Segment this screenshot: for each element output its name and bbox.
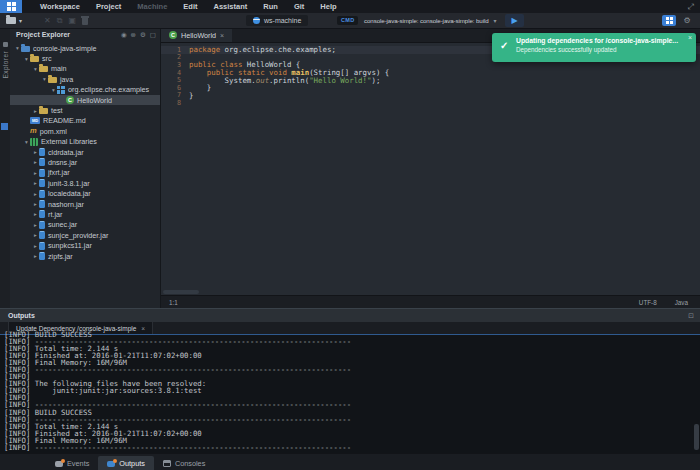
tree-item-nashorn-jar[interactable]: ▸nashorn.jar [10, 199, 160, 209]
chevron-right-icon[interactable]: ▸ [32, 201, 39, 207]
tree-item-org-eclipse-che-examples[interactable]: ▾org.eclipse.che.examples [10, 85, 160, 95]
maximize-outputs-icon[interactable]: ⊡ [688, 312, 694, 320]
menu-git[interactable]: Git [286, 0, 312, 13]
code-line: 7} [161, 92, 700, 100]
paste-icon[interactable]: ▣ [68, 13, 76, 28]
tree-item-pom-xml[interactable]: mpom.xml [10, 126, 160, 136]
chevron-down-icon[interactable]: ▾ [23, 56, 30, 62]
chevron-right-icon[interactable]: ▸ [32, 108, 39, 114]
chevron-right-icon[interactable]: ▸ [32, 211, 39, 217]
menu-project[interactable]: Project [88, 0, 129, 13]
menu-edit[interactable]: Edit [175, 0, 205, 13]
copy-icon[interactable]: ⧉ [57, 13, 63, 28]
tree-item-jfxrt-jar[interactable]: ▸jfxrt.jar [10, 168, 160, 178]
editor-hscrollbar-thumb[interactable] [163, 290, 199, 294]
chevron-right-icon[interactable]: ▸ [32, 243, 39, 249]
tree-item-console-java-simple[interactable]: ▾console-java-simple [10, 43, 160, 53]
tree-item-sunjce-provider-jar[interactable]: ▸sunjce_provider.jar [10, 230, 160, 240]
chevron-down-icon[interactable]: ▾ [23, 139, 30, 145]
tab-outputs[interactable]: Outputs [98, 456, 154, 470]
tree-item-src[interactable]: ▾src [10, 53, 160, 63]
bottom-tab-label: Outputs [119, 459, 145, 468]
package-icon [57, 86, 65, 94]
outputs-header: Outputs ⊡ [0, 308, 700, 322]
tab-consoles[interactable]: Consoles [154, 456, 214, 470]
bottom-tabs: EventsOutputsConsoles [46, 456, 214, 470]
tree-item-main[interactable]: ▾main [10, 64, 160, 74]
console-scrollbar-thumb[interactable] [694, 424, 699, 450]
tree-item-rt-jar[interactable]: ▸rt.jar [10, 209, 160, 219]
tree-item-external-libraries[interactable]: ▾External Libraries [10, 137, 160, 147]
code-token: package [189, 45, 220, 54]
maven-icon: m [30, 127, 37, 135]
cut-icon[interactable]: ✕ [44, 13, 51, 28]
terminal-icon [163, 460, 171, 467]
chevron-down-icon[interactable]: ▾ [14, 45, 21, 51]
settings-gear-icon[interactable]: ⚙ [140, 28, 146, 41]
file-language: Java [675, 299, 688, 306]
menu-machine[interactable]: Machine [129, 0, 175, 13]
tree-item-sunec-jar[interactable]: ▸sunec.jar [10, 220, 160, 230]
che-logo-icon[interactable] [0, 0, 22, 13]
chevron-right-icon[interactable]: ▸ [32, 253, 39, 259]
outputs-title: Outputs [0, 312, 35, 319]
code-line: 6 } [161, 84, 700, 92]
tree-item-zipfs-jar[interactable]: ▸zipfs.jar [10, 251, 160, 261]
chevron-down-icon[interactable]: ▾ [32, 66, 39, 72]
menu-assistant[interactable]: Assistant [206, 0, 256, 13]
jar-icon [39, 221, 45, 229]
tree-item-cldrdata-jar[interactable]: ▸cldrdata.jar [10, 147, 160, 157]
explorer-vertical-tab[interactable]: Explorer [0, 42, 10, 78]
menu-workspace[interactable]: Workspace [32, 0, 88, 13]
machine-selector[interactable]: ws-machine [246, 15, 308, 26]
tree-item-localedata-jar[interactable]: ▸localedata.jar [10, 188, 160, 198]
menu-run[interactable]: Run [255, 0, 286, 13]
code-text: package org.eclipse.che.examples; [189, 45, 336, 54]
console-line: [INFO] junit:junit:jar:sources:3.8.1:tes… [4, 387, 692, 394]
chevron-right-icon[interactable]: ▸ [32, 222, 39, 228]
chevron-right-icon[interactable]: ▸ [32, 149, 39, 155]
tree-item-readme-md[interactable]: MDREADME.md [10, 116, 160, 126]
perspective-operations-button[interactable]: ⚙ [680, 15, 694, 26]
perspective-ide-button[interactable] [662, 15, 676, 26]
expand-window-icon[interactable]: ⤢ [688, 0, 694, 13]
notification-message: Dependencies successfully updated [516, 46, 684, 53]
editor-tab-helloworld[interactable]: C HelloWorld × [161, 28, 232, 42]
tree-item-junit-3-8-1-jar[interactable]: ▸junit-3.8.1.jar [10, 178, 160, 188]
command-selector[interactable]: console-java-simple: console-java-simple… [364, 13, 497, 28]
chevron-right-icon[interactable]: ▸ [32, 159, 39, 165]
chevron-right-icon[interactable]: ▸ [32, 232, 39, 238]
build-output-console[interactable]: [INFO] BUILD SUCCESS[INFO] -------------… [0, 331, 692, 453]
tree-item-label: cldrdata.jar [48, 148, 84, 157]
chevron-right-icon[interactable]: ▸ [32, 170, 39, 176]
folder-icon [30, 56, 39, 62]
minimize-panel-icon[interactable]: ▢ [150, 28, 156, 41]
tab-events[interactable]: Events [46, 456, 98, 470]
run-command-button[interactable]: ▶ [505, 14, 524, 27]
jar-icon [39, 231, 45, 239]
chevron-right-icon[interactable]: ▸ [32, 180, 39, 186]
collapse-all-icon[interactable]: ⊗ [131, 28, 136, 41]
project-tree[interactable]: ▾console-java-simple▾src▾main▾java▾org.e… [10, 43, 160, 261]
tree-item-label: java [60, 75, 73, 84]
menu-help[interactable]: Help [312, 0, 344, 13]
close-notification-icon[interactable]: × [688, 34, 692, 41]
jar-icon [39, 148, 45, 156]
code-editor[interactable]: 1package org.eclipse.che.examples;23publ… [161, 43, 700, 295]
tree-item-label: rt.jar [48, 210, 62, 219]
delete-icon[interactable] [82, 18, 88, 25]
tree-item-java[interactable]: ▾java [10, 74, 160, 84]
tree-item-sunpkcs11-jar[interactable]: ▸sunpkcs11.jar [10, 240, 160, 250]
tree-item-label: main [51, 64, 67, 73]
tree-item-test[interactable]: ▸test [10, 105, 160, 115]
chevron-right-icon[interactable]: ▸ [32, 191, 39, 197]
close-tab-icon[interactable]: × [220, 32, 224, 39]
chevron-down-icon[interactable]: ▾ [50, 87, 57, 93]
tree-item-dnsns-jar[interactable]: ▸dnsns.jar [10, 157, 160, 167]
refresh-icon[interactable]: ◉ [121, 28, 127, 41]
new-project-button[interactable]: ▾ [6, 17, 22, 24]
chevron-down-icon[interactable]: ▾ [41, 76, 48, 82]
tree-item-label: README.md [43, 116, 86, 125]
jar-icon [39, 210, 45, 218]
tree-item-helloworld[interactable]: CHelloWorld [10, 95, 160, 105]
